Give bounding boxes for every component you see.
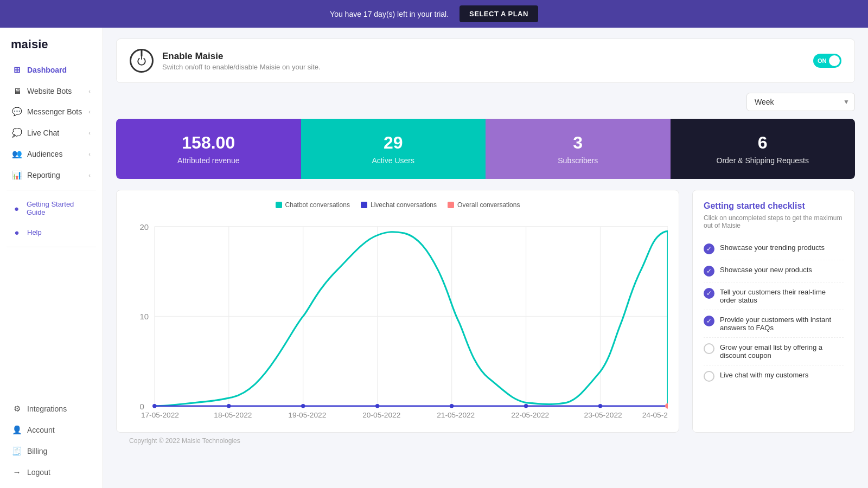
check-icon-order-status: ✓ xyxy=(704,288,714,299)
week-dropdown-wrap[interactable]: Week Month Year ▼ xyxy=(746,93,855,111)
stat-label-active-users: Active Users xyxy=(312,156,475,165)
toggle-wrap[interactable]: ON xyxy=(813,54,841,68)
power-icon xyxy=(130,49,154,73)
sidebar-item-dashboard[interactable]: ⊞ Dashboard xyxy=(3,60,99,80)
sidebar-item-logout[interactable]: → Logout xyxy=(3,462,99,482)
svg-point-15 xyxy=(227,404,231,408)
week-dropdown[interactable]: Week Month Year xyxy=(746,93,855,111)
filter-row: Week Month Year ▼ xyxy=(116,93,855,111)
svg-text:22-05-2022: 22-05-2022 xyxy=(511,411,549,419)
main-content: Enable Maisie Switch on/off to enable/di… xyxy=(103,28,868,488)
checklist-item-trending[interactable]: ✓ Showcase your trending products xyxy=(704,238,844,260)
sidebar-label-integrations: Integrations xyxy=(27,404,67,413)
stat-number-orders: 6 xyxy=(681,133,845,153)
billing-icon: 🧾 xyxy=(12,446,22,456)
account-icon: 👤 xyxy=(12,425,22,435)
sidebar-item-website-bots[interactable]: 🖥 Website Bots ‹ xyxy=(3,81,99,101)
check-icon-live-chat xyxy=(704,371,714,382)
svg-point-22 xyxy=(665,403,668,409)
stat-card-revenue: 158.00 Attributed revenue xyxy=(116,119,301,179)
sidebar-item-messenger-bots[interactable]: 💬 Messenger Bots ‹ xyxy=(3,101,99,122)
checklist-label-order-status: Tell your customers their real-time orde… xyxy=(720,288,844,304)
stat-label-revenue: Attributed revenue xyxy=(127,156,290,165)
sidebar-item-left: 🖥 Website Bots xyxy=(12,86,72,95)
logout-icon: → xyxy=(12,467,22,477)
website-bots-icon: 🖥 xyxy=(12,86,22,95)
sidebar-item-reporting[interactable]: 📊 Reporting ‹ xyxy=(3,165,99,185)
footer-text: Copyright © 2022 Maisie Technologies xyxy=(129,437,240,445)
chevron-icon: ‹ xyxy=(88,130,91,136)
stat-card-subscribers: 3 Subscribers xyxy=(486,119,671,179)
footer: Copyright © 2022 Maisie Technologies xyxy=(116,433,855,449)
trial-message: You have 17 day(s) left in your trial. xyxy=(330,10,449,18)
chevron-icon: ‹ xyxy=(88,108,91,115)
app-logo: maisie xyxy=(0,28,103,59)
reporting-icon: 📊 xyxy=(12,170,22,180)
sidebar-item-audiences[interactable]: 👥 Audiences ‹ xyxy=(3,144,99,164)
legend-item-overall: Overall conversations xyxy=(448,201,520,209)
sidebar-label-live-chat: Live Chat xyxy=(27,129,59,137)
svg-text:24-05-2022: 24-05-2022 xyxy=(642,411,668,419)
sidebar-label-reporting: Reporting xyxy=(27,171,60,179)
sidebar-label-account: Account xyxy=(27,426,55,434)
legend-label-overall: Overall conversations xyxy=(457,201,520,209)
sidebar-item-billing[interactable]: 🧾 Billing xyxy=(3,441,99,461)
trial-banner: You have 17 day(s) left in your trial. S… xyxy=(0,0,868,28)
chevron-icon: ‹ xyxy=(88,172,91,178)
enable-card-text: Enable Maisie Switch on/off to enable/di… xyxy=(162,51,321,71)
sidebar-item-live-chat[interactable]: 💭 Live Chat ‹ xyxy=(3,123,99,143)
checklist-item-live-chat[interactable]: Live chat with my customers xyxy=(704,365,844,387)
check-icon-faqs: ✓ xyxy=(704,316,714,326)
sidebar-label-audiences: Audiences xyxy=(27,150,62,158)
checklist-item-order-status[interactable]: ✓ Tell your customers their real-time or… xyxy=(704,282,844,310)
sidebar-item-left: 📊 Reporting xyxy=(12,170,60,180)
enable-card-left: Enable Maisie Switch on/off to enable/di… xyxy=(130,49,321,73)
sidebar-divider-2 xyxy=(7,247,96,247)
toggle-on-label: ON xyxy=(818,57,827,64)
chart-legend: Chatbot conversations Livechat conversat… xyxy=(127,201,668,209)
sidebar-item-left: ⚙ Integrations xyxy=(12,404,67,414)
chevron-icon: ‹ xyxy=(88,88,91,94)
stat-label-orders: Order & Shipping Requests xyxy=(681,156,845,165)
audiences-icon: 👥 xyxy=(12,149,22,159)
checklist-items: ✓ Showcase your trending products ✓ Show… xyxy=(704,238,844,387)
sidebar-item-left: 💭 Live Chat xyxy=(12,128,59,138)
sidebar-label-website-bots: Website Bots xyxy=(27,87,72,95)
checklist-item-new-products[interactable]: ✓ Showcase your new products xyxy=(704,260,844,282)
svg-text:0: 0 xyxy=(139,402,144,411)
checklist-label-email-list: Grow your email list by offering a disco… xyxy=(720,343,844,359)
sidebar-item-left: 👤 Account xyxy=(12,425,55,435)
getting-started-icon: ● xyxy=(12,204,21,213)
sidebar-item-left: ● Help xyxy=(12,228,42,237)
enable-title: Enable Maisie xyxy=(162,51,321,62)
checklist-panel: Getting started checklist Click on uncom… xyxy=(692,190,855,433)
sidebar-item-left: → Logout xyxy=(12,467,50,477)
checklist-item-faqs[interactable]: ✓ Provide your customers with instant an… xyxy=(704,310,844,338)
sidebar-item-help[interactable]: ● Help xyxy=(3,222,99,242)
live-chat-icon: 💭 xyxy=(12,128,22,138)
sidebar-item-getting-started[interactable]: ● Getting Started Guide xyxy=(3,195,99,222)
svg-text:21-05-2022: 21-05-2022 xyxy=(437,411,475,419)
check-icon-trending: ✓ xyxy=(704,243,714,254)
legend-dot-chatbot xyxy=(276,202,282,208)
svg-point-20 xyxy=(598,404,602,408)
sidebar-item-left: ⊞ Dashboard xyxy=(12,65,67,75)
svg-text:20: 20 xyxy=(139,222,149,232)
checklist-item-email-list[interactable]: Grow your email list by offering a disco… xyxy=(704,338,844,365)
dashboard-icon: ⊞ xyxy=(12,65,22,75)
sidebar-item-left: 💬 Messenger Bots xyxy=(12,107,82,117)
sidebar-item-integrations[interactable]: ⚙ Integrations xyxy=(3,399,99,419)
stat-card-active-users: 29 Active Users xyxy=(301,119,486,179)
legend-item-chatbot: Chatbot conversations xyxy=(276,201,350,209)
stats-row: 158.00 Attributed revenue 29 Active User… xyxy=(116,119,855,179)
bottom-row: Chatbot conversations Livechat conversat… xyxy=(116,190,855,433)
sidebar-item-account[interactable]: 👤 Account xyxy=(3,420,99,440)
help-icon: ● xyxy=(12,228,22,237)
checklist-title: Getting started checklist xyxy=(704,201,844,211)
legend-item-livechat: Livechat conversations xyxy=(361,201,437,209)
enable-toggle[interactable]: ON xyxy=(813,54,841,68)
checklist-label-trending: Showcase your trending products xyxy=(720,243,825,252)
select-plan-button[interactable]: SELECT A PLAN xyxy=(459,5,538,22)
chart-container: Chatbot conversations Livechat conversat… xyxy=(116,190,679,433)
sidebar-item-left: 👥 Audiences xyxy=(12,149,62,159)
